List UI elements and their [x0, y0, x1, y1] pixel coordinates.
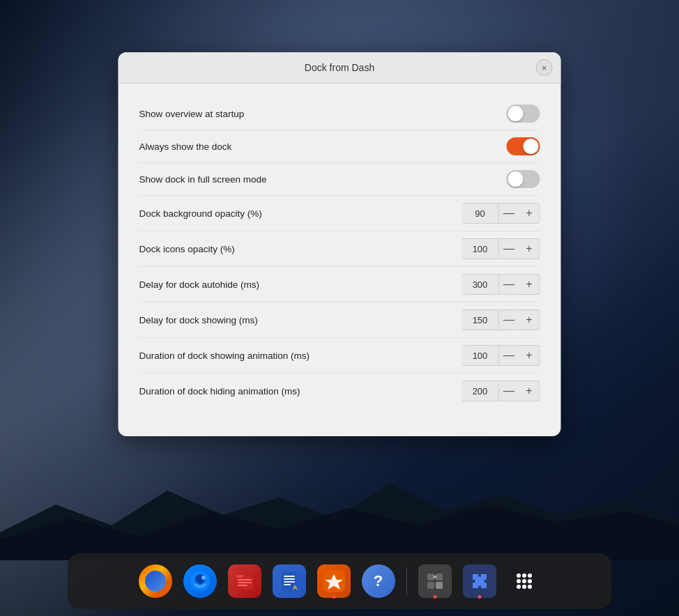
svg-point-23	[522, 573, 526, 578]
stepper-hide-anim-plus[interactable]: +	[519, 380, 540, 401]
setting-row-show-fullscreen: Show dock in full screen mode	[139, 163, 540, 196]
svg-rect-12	[284, 578, 295, 580]
extensions-icon	[418, 564, 452, 598]
stepper-autohide-delay-value: 300	[462, 274, 498, 295]
writer-icon: A	[273, 564, 306, 598]
stepper-show-anim-plus[interactable]: +	[519, 345, 540, 366]
stepper-bg-opacity-plus[interactable]: +	[519, 203, 540, 224]
toggle-show-fullscreen[interactable]	[507, 170, 540, 188]
files-icon	[228, 564, 261, 598]
svg-point-29	[522, 585, 526, 589]
setting-row-bg-opacity: Dock background opacity (%) 90 — +	[139, 196, 540, 231]
dock-item-appcenter[interactable]	[314, 562, 353, 601]
svg-point-25	[517, 579, 521, 583]
setting-row-show-overview: Show overview at startup	[139, 98, 540, 130]
toggle-always-show-dock[interactable]	[507, 137, 540, 155]
puzzle-notification-dot	[478, 595, 481, 599]
stepper-show-anim-value: 100	[462, 345, 498, 366]
dock-separator	[406, 567, 407, 595]
stepper-show-delay: 150 — +	[462, 309, 540, 330]
setting-row-hide-anim: Duration of dock hiding animation (ms) 2…	[139, 374, 540, 408]
stepper-hide-anim-value: 200	[462, 380, 498, 401]
stepper-bg-opacity-value: 90	[462, 203, 498, 224]
svg-point-26	[522, 579, 526, 583]
svg-rect-8	[238, 582, 252, 583]
close-button[interactable]: ×	[536, 59, 553, 76]
svg-rect-14	[284, 584, 291, 585]
svg-rect-19	[427, 582, 434, 589]
apps-grid-icon	[508, 564, 541, 598]
dock-item-files[interactable]	[225, 562, 264, 601]
stepper-icons-opacity-value: 100	[462, 238, 498, 259]
stepper-show-delay-plus[interactable]: +	[519, 309, 540, 330]
dock-item-firefox[interactable]	[136, 562, 175, 601]
dock-item-extensions[interactable]	[415, 562, 455, 601]
dialog-titlebar: Dock from Dash ×	[119, 52, 561, 84]
stepper-show-anim-minus[interactable]: —	[498, 345, 519, 366]
stepper-autohide-delay-minus[interactable]: —	[498, 274, 519, 295]
stepper-icons-opacity: 100 — +	[462, 238, 540, 259]
dock-item-apps-grid[interactable]	[505, 562, 544, 601]
setting-row-icons-opacity: Dock icons opacity (%) 100 — +	[139, 231, 540, 267]
dock: A ?	[68, 553, 611, 609]
svg-rect-13	[284, 581, 295, 583]
appcenter-notification-dot	[332, 595, 335, 599]
stepper-show-delay-minus[interactable]: —	[498, 309, 519, 330]
stepper-icons-opacity-minus[interactable]: —	[498, 238, 519, 259]
dock-item-thunderbird[interactable]	[181, 562, 220, 601]
stepper-show-anim: 100 — +	[462, 345, 540, 366]
svg-point-22	[517, 573, 521, 578]
mountain-silhouette	[0, 477, 679, 560]
setting-label-bg-opacity: Dock background opacity (%)	[139, 208, 262, 219]
setting-row-autohide-delay: Delay for dock autohide (ms) 300 — +	[139, 267, 540, 302]
svg-rect-11	[284, 576, 295, 577]
dock-item-help[interactable]: ?	[359, 562, 398, 601]
stepper-autohide-delay-plus[interactable]: +	[519, 274, 540, 295]
svg-rect-7	[238, 579, 252, 580]
svg-point-4	[201, 576, 206, 580]
stepper-icons-opacity-plus[interactable]: +	[519, 238, 540, 259]
toggle-show-overview[interactable]	[507, 105, 540, 123]
setting-label-show-fullscreen: Show dock in full screen mode	[139, 174, 267, 185]
setting-label-show-anim: Duration of dock showing animation (ms)	[139, 351, 310, 361]
svg-point-27	[528, 579, 532, 583]
setting-label-show-delay: Delay for dock showing (ms)	[139, 315, 258, 325]
stepper-show-delay-value: 150	[462, 309, 498, 330]
setting-row-show-anim: Duration of dock showing animation (ms) …	[139, 338, 540, 374]
appcenter-icon	[317, 564, 351, 598]
thunderbird-icon	[183, 564, 217, 598]
setting-row-always-show-dock: Always show the dock	[139, 130, 540, 163]
svg-rect-21	[433, 576, 437, 578]
dock-item-writer[interactable]: A	[270, 562, 309, 601]
svg-rect-9	[238, 585, 247, 586]
dialog-title: Dock from Dash	[305, 62, 374, 73]
stepper-hide-anim: 200 — +	[462, 380, 540, 401]
stepper-bg-opacity: 90 — +	[462, 203, 540, 224]
setting-row-show-delay: Delay for dock showing (ms) 150 — +	[139, 302, 540, 338]
svg-rect-20	[436, 582, 443, 589]
extensions-notification-dot	[433, 595, 436, 599]
help-icon: ?	[362, 564, 395, 598]
svg-point-24	[528, 573, 532, 578]
firefox-icon	[139, 564, 172, 598]
stepper-hide-anim-minus[interactable]: —	[498, 380, 519, 401]
setting-label-show-overview: Show overview at startup	[139, 109, 245, 119]
svg-text:A: A	[293, 584, 298, 591]
stepper-bg-opacity-minus[interactable]: —	[498, 203, 519, 224]
svg-rect-6	[236, 575, 243, 578]
setting-label-always-show-dock: Always show the dock	[139, 141, 232, 152]
svg-point-30	[528, 585, 532, 589]
setting-label-autohide-delay: Delay for dock autohide (ms)	[139, 279, 260, 290]
svg-point-28	[517, 585, 521, 589]
dialog-body: Show overview at startup Always show the…	[119, 84, 561, 436]
dock-item-puzzle[interactable]	[460, 562, 499, 601]
dock-settings-dialog: Dock from Dash × Show overview at startu…	[119, 52, 561, 436]
puzzle-icon	[463, 564, 496, 598]
setting-label-hide-anim: Duration of dock hiding animation (ms)	[139, 386, 300, 396]
stepper-autohide-delay: 300 — +	[462, 274, 540, 295]
setting-label-icons-opacity: Dock icons opacity (%)	[139, 244, 235, 254]
